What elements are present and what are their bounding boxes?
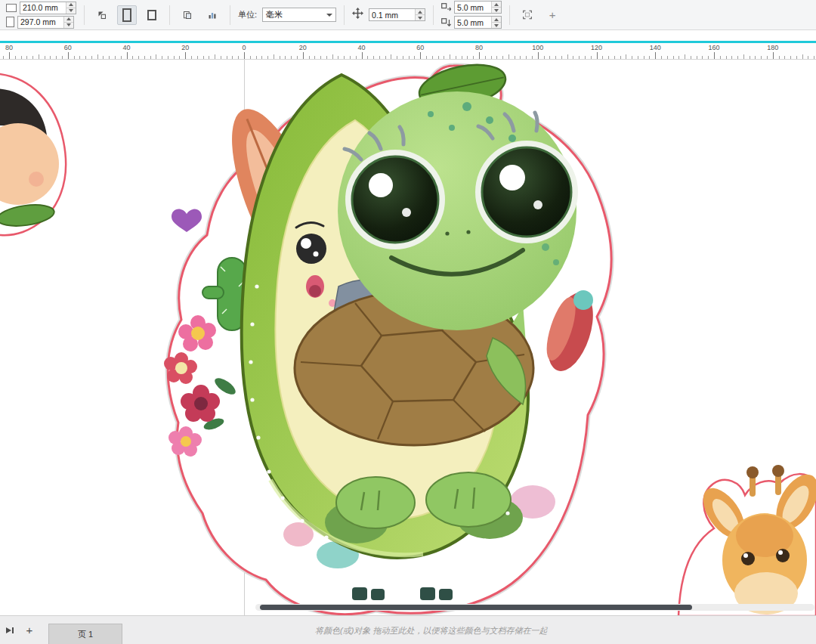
ruler-gap	[0, 30, 816, 41]
drawing-scale-glyph	[208, 9, 217, 21]
page-height-input[interactable]	[18, 17, 63, 28]
portrait-orientation-button[interactable]	[117, 5, 137, 25]
units-label: 单位:	[238, 9, 257, 20]
ruler-page-highlight	[0, 41, 816, 43]
page-width-spinner	[20, 2, 76, 14]
last-page-icon	[5, 626, 14, 635]
drawing-scale-icon[interactable]	[202, 5, 222, 25]
canvas-artwork	[0, 60, 816, 615]
page-height-spinner	[17, 16, 74, 29]
page-width-icon	[6, 4, 17, 12]
add-page-icon: +	[26, 624, 33, 636]
duplicate-y-input[interactable]	[455, 17, 491, 28]
selection-frame-glyph	[523, 8, 532, 21]
heart-decoration	[172, 209, 202, 232]
status-hint-text: 将颜色(或)对象 拖动至此处，以便将这些颜色与文档存储在一起	[315, 624, 547, 636]
duplicate-y-down-button[interactable]	[492, 22, 501, 28]
all-pages-glyph	[183, 9, 192, 21]
left-sticker[interactable]	[0, 73, 66, 235]
toolbar-separator	[433, 5, 434, 25]
main-sticker[interactable]	[164, 60, 611, 615]
duplicate-x-spinner	[454, 1, 502, 14]
page-tab-label: 页 1	[78, 629, 93, 640]
nudge-input[interactable]	[369, 9, 415, 20]
nudge-down-button[interactable]	[416, 14, 425, 20]
landscape-orientation-button[interactable]	[142, 5, 162, 25]
add-page-button[interactable]: +	[20, 621, 39, 639]
teal-dot-decoration	[573, 290, 593, 310]
page-size-fields	[6, 2, 76, 29]
document-canvas[interactable]	[0, 60, 816, 615]
status-bar: + 页 1 将颜色(或)对象 拖动至此处，以便将这些颜色与文档存储在一起	[0, 615, 816, 644]
horizontal-scrollbar-thumb[interactable]	[260, 605, 692, 610]
add-toolbar-item-icon[interactable]: +	[542, 5, 562, 25]
page-height-up-button[interactable]	[64, 17, 73, 22]
units-value: 毫米	[266, 9, 283, 20]
duplicate-y-spinner	[454, 16, 502, 29]
page-height-icon	[6, 17, 14, 27]
horizontal-ruler[interactable]: 80604020020406080100120140160180	[0, 41, 816, 60]
duplicate-x-down-button[interactable]	[492, 7, 501, 13]
duplicate-distance-x-icon	[441, 1, 451, 14]
horizontal-scrollbar[interactable]	[255, 604, 814, 611]
property-bar: 单位: 毫米	[0, 0, 816, 30]
page-width-down-button[interactable]	[66, 8, 76, 14]
units-dropdown[interactable]: 毫米	[262, 8, 336, 22]
duplicate-x-up-button[interactable]	[492, 2, 501, 7]
page-height-down-button[interactable]	[64, 22, 73, 28]
fit-page-icon[interactable]	[92, 5, 112, 25]
toolbar-separator	[84, 5, 85, 25]
all-pages-same-size-icon[interactable]	[178, 5, 197, 25]
fit-page-glyph	[97, 9, 107, 21]
landscape-icon	[147, 10, 156, 20]
nudge-distance-icon	[352, 8, 363, 22]
page-width-up-button[interactable]	[66, 2, 76, 8]
duplicate-y-up-button[interactable]	[492, 17, 501, 22]
turtle-nostril	[466, 230, 470, 234]
page-width-input[interactable]	[20, 2, 66, 14]
plus-icon: +	[549, 9, 556, 20]
nudge-spinner	[369, 8, 425, 21]
selection-frame-icon[interactable]	[518, 5, 537, 25]
duplicate-distance-y-icon	[441, 16, 451, 29]
toolbar-separator	[509, 5, 510, 25]
toolbar-separator	[230, 5, 230, 25]
right-sticker[interactable]	[678, 465, 816, 615]
turtle-nostril	[445, 231, 449, 235]
portrait-icon	[122, 8, 131, 22]
last-page-button[interactable]	[0, 621, 20, 639]
duplicate-distance-fields	[441, 1, 502, 29]
page-tab-1[interactable]: 页 1	[48, 624, 122, 644]
chevron-down-icon	[326, 14, 332, 17]
toolbar-separator	[344, 5, 345, 25]
duplicate-x-input[interactable]	[455, 2, 491, 13]
toolbar-separator	[169, 5, 170, 25]
nudge-up-button[interactable]	[416, 9, 425, 14]
